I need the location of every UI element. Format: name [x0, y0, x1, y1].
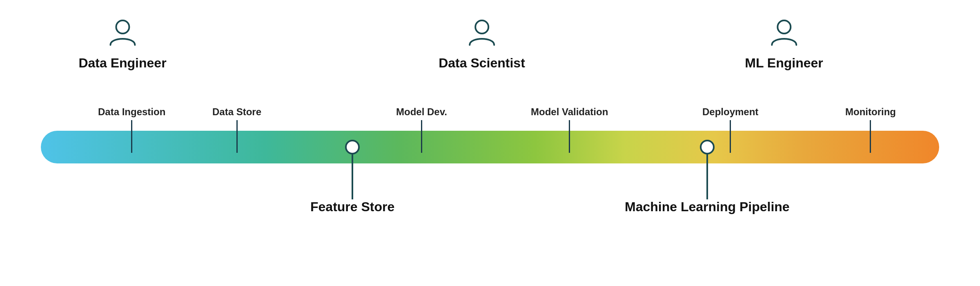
ml-pipeline-circle	[700, 140, 715, 154]
pin-feature-store: Feature Store	[310, 140, 394, 214]
svg-point-1	[475, 20, 488, 34]
data-engineer-icon	[106, 16, 139, 51]
data-scientist-label: Data Scientist	[439, 56, 525, 71]
pin-ml-pipeline: Machine Learning Pipeline	[625, 140, 790, 214]
tick-label-data-ingestion: Data Ingestion	[98, 106, 165, 118]
tick-data-store: Data Store	[212, 106, 261, 153]
svg-point-2	[777, 20, 791, 34]
role-data-engineer: Data Engineer	[78, 16, 166, 71]
feature-store-circle	[345, 140, 360, 154]
tick-label-model-validation: Model Validation	[531, 106, 608, 118]
feature-store-line	[352, 154, 353, 199]
ml-engineer-icon	[768, 16, 800, 51]
feature-store-label: Feature Store	[310, 199, 394, 214]
svg-point-0	[116, 20, 129, 34]
tick-label-deployment: Deployment	[702, 106, 758, 118]
tick-label-monitoring: Monitoring	[845, 106, 896, 118]
ml-pipeline-line	[706, 154, 708, 199]
tick-model-validation: Model Validation	[531, 106, 608, 153]
ml-engineer-label: ML Engineer	[745, 56, 823, 71]
tick-label-model-dev: Model Dev.	[396, 106, 447, 118]
gradient-bar	[41, 131, 939, 163]
tick-label-data-store: Data Store	[212, 106, 261, 118]
tick-monitoring: Monitoring	[845, 106, 896, 153]
tick-model-dev: Model Dev.	[396, 106, 447, 153]
role-data-scientist: Data Scientist	[439, 16, 525, 71]
data-scientist-icon	[466, 16, 498, 51]
diagram-container: Data Engineer Data Scientist ML Engineer…	[41, 16, 939, 270]
data-engineer-label: Data Engineer	[78, 56, 166, 71]
gradient-bar-wrapper: Data Ingestion Data Store Model Dev. Mod…	[41, 131, 939, 163]
role-ml-engineer: ML Engineer	[745, 16, 823, 71]
ml-pipeline-label: Machine Learning Pipeline	[625, 199, 790, 214]
tick-data-ingestion: Data Ingestion	[98, 106, 165, 153]
